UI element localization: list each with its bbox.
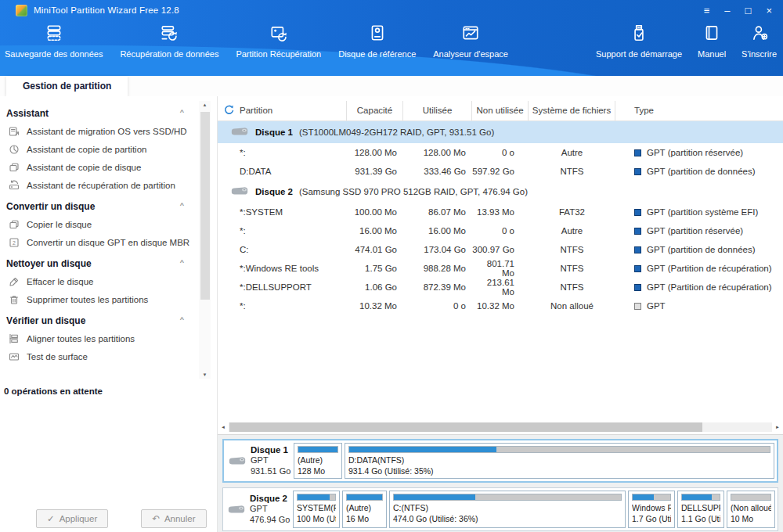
sidebar-scrollbar[interactable]: ▲ ▼ [199,101,211,379]
table-row[interactable]: *:DELLSUPPORT1.06 Go872.39 Mo213.61 MoNT… [218,278,783,297]
disk-band-disque-1[interactable]: Disque 1(ST1000LM049-2GH172 RAID, GPT, 9… [218,121,783,143]
sidebar-section-convertir-un-disque[interactable]: Convertir un disque^ [0,194,217,215]
collapse-icon[interactable]: ^ [180,317,184,323]
sidebar-section-assistant[interactable]: Assistant^ [0,101,217,122]
undo-button[interactable]: ↶ Annuler [141,509,206,528]
partition-type-color-icon [634,265,641,272]
horizontal-scrollbar-track[interactable] [229,422,772,432]
menu-icon[interactable]: ≡ [704,5,710,16]
disk-map-disque-2[interactable]: Disque 2GPT476.94 GoSYSTEM(FAT100 Mo (Ut… [222,487,778,531]
disk-icon [230,127,249,138]
sidebar-item-label: Test de surface [27,352,88,361]
toolbar-item-r-cup-ration-de-donn-es[interactable]: Récupération de données [120,25,218,59]
sidebar-item-aligner-toutes-les-partitions[interactable]: Aligner toutes les partitions [0,329,217,347]
partition-used: 16.00 Mo [403,226,472,235]
partition-unused: 213.61 Mo [472,278,529,297]
partition-filesystem: Non alloué [529,301,615,311]
disk-map-partition-windows-re[interactable]: Windows RE1.7 Go (Utili [628,491,675,528]
toolbar-item-sauvegarde-des-donn-es[interactable]: Sauvegarde des données [5,25,103,59]
align-partitions-icon [9,333,20,344]
toolbar-item-analyseur-d-espace[interactable]: Analyseur d'espace [433,25,508,59]
column-header-syst-me-de-fichiers[interactable]: Système de fichiers [529,101,615,120]
scroll-up-icon[interactable]: ▲ [199,102,211,107]
sidebar-section-nettoyer-un-disque[interactable]: Nettoyer un disque^ [0,251,217,272]
toolbar-item-partition-r-cup-ration[interactable]: Partition Récupération [236,25,321,59]
partition-type: GPT (partition réservée) [647,148,743,157]
table-row[interactable]: *:Windows RE tools1.75 Go988.28 Mo801.71… [218,259,783,278]
partition-type: GPT (partition réservée) [647,226,743,235]
toolbar-item-support-de-d-marrage[interactable]: Support de démarrage [596,25,682,59]
table-horizontal-scrollbar[interactable]: ◄ ► [219,422,781,433]
column-header-utilis-e[interactable]: Utilisée [403,101,472,120]
column-header-type[interactable]: Type [615,101,783,120]
maximize-icon[interactable]: □ [745,5,752,16]
disk-map-partition-d-data-ntfs[interactable]: D:DATA(NTFS)931.4 Go (Utilisé: 35%) [345,443,774,479]
sidebar-item-assistant-de-migration-os-vers-ssd-hd[interactable]: Assistant de migration OS vers SSD/HD [0,122,217,140]
collapse-icon[interactable]: ^ [180,110,184,116]
partition-recovery-icon [9,180,20,191]
map-block-label: DELLSUPPO [681,503,720,514]
disk-info: (Samsung SSD 970 PRO 512GB RAID, GPT, 47… [299,187,528,196]
partition-type: GPT (Partition de récupération) [647,264,772,273]
map-block-label: (Autre) [298,455,338,466]
collapse-icon[interactable]: ^ [180,260,184,266]
disk-map-partition-autre[interactable]: (Autre)128 Mo [294,443,342,479]
disk-map-partition-autre[interactable]: (Autre)16 Mo [342,491,387,528]
partition-unused: 10.32 Mo [472,301,529,311]
toolbar-item-manuel[interactable]: Manuel [696,25,727,59]
partition-used: 128.00 Mo [403,148,472,157]
disk-map-partition-dellsuppo[interactable]: DELLSUPPO1.1 Go (Utili [677,491,724,528]
column-header-capacit[interactable]: Capacité [347,101,403,120]
tab-strip: Gestion de partition [0,76,783,96]
sidebar-item-assistant-de-copie-de-partition[interactable]: Assistant de copie de partition [0,140,217,158]
collapse-icon[interactable]: ^ [180,203,184,209]
sidebar-item-label: Effacer le disque [27,277,93,286]
disk-band-disque-2[interactable]: Disque 2(Samsung SSD 970 PRO 512GB RAID,… [218,181,783,203]
toolbar-item-s-inscrire[interactable]: S'inscrire [742,25,777,59]
table-row[interactable]: *:SYSTEM100.00 Mo86.07 Mo13.93 MoFAT32GP… [218,203,783,221]
horizontal-scrollbar-thumb[interactable] [229,422,702,432]
partition-filesystem: Autre [529,148,615,157]
partition-name: *:Windows RE tools [240,264,347,273]
toolbar-item-disque-de-r-f-rence[interactable]: Disque de référence [338,25,416,59]
sidebar-item-assistant-de-r-cup-ration-de-partition[interactable]: Assistant de récupération de partition [0,176,217,194]
sidebar-item-test-de-surface[interactable]: Test de surface [0,347,217,365]
disk-map-partition-c-ntfs[interactable]: C:(NTFS)474.0 Go (Utilisé: 36%) [389,491,626,528]
minimize-icon[interactable]: – [724,5,730,16]
close-icon[interactable]: × [766,5,772,16]
sidebar-item-effacer-le-disque[interactable]: Effacer le disque [0,272,217,290]
app-logo-icon [16,5,27,16]
apply-button[interactable]: ✓ Appliquer [36,509,108,528]
column-header-non-utilis-e[interactable]: Non utilisée [472,101,529,120]
partition-usage-bar [346,494,383,501]
table-row[interactable]: *:16.00 Mo16.00 Mo0 oAutreGPT (partition… [218,221,783,240]
sidebar-item-assistant-de-copie-de-disque[interactable]: Assistant de copie de disque [0,158,217,176]
sidebar-item-copier-le-disque[interactable]: Copier le disque [0,215,217,233]
scroll-down-icon[interactable]: ▼ [199,372,211,377]
sidebar-item-supprimer-toutes-les-partitions[interactable]: Supprimer toutes les partitions [0,290,217,308]
map-block-size: 1.1 Go (Utili [681,514,720,525]
disk-name: Disque 2 [255,187,293,196]
disk-map-name: Disque 2 [250,494,290,505]
disk-map-partition-non-allou[interactable]: (Non alloué10 Mo [727,491,775,528]
tab-gestion-de-partition[interactable]: Gestion de partition [6,76,128,96]
sidebar-item-convertir-un-disque-gpt-en-disque-mbr[interactable]: 2Convertir un disque GPT en disque MBR [0,233,217,251]
toolbar-item-label: Support de démarrage [596,49,682,59]
sidebar-scrollbar-thumb[interactable] [200,112,210,300]
table-row[interactable]: C:474.01 Go173.04 Go300.97 GoNTFSGPT (pa… [218,240,783,259]
scroll-right-icon[interactable]: ► [774,425,781,430]
table-row[interactable]: D:DATA931.39 Go333.46 Go597.92 GoNTFSGPT… [218,162,783,181]
sidebar-section-v-rifier-un-disque[interactable]: Vérifier un disque^ [0,308,217,329]
partition-type: GPT [647,301,666,311]
partition-used: 173.04 Go [403,245,472,254]
toolbar-item-label: Manuel [698,49,726,59]
column-header-partition[interactable]: Partition [240,101,347,120]
refresh-button[interactable] [218,101,240,120]
partition-type-color-icon [634,168,641,175]
disk-map-partition-system-fat[interactable]: SYSTEM(FAT100 Mo (Uti [293,491,340,528]
scroll-left-icon[interactable]: ◄ [219,425,227,430]
table-row[interactable]: *:10.32 Mo0 o10.32 MoNon allouéGPT [218,297,783,315]
disk-map-disque-1[interactable]: Disque 1GPT931.51 Go(Autre)128 MoD:DATA(… [222,439,778,483]
table-row[interactable]: *:128.00 Mo128.00 Mo0 oAutreGPT (partiti… [218,143,783,162]
disk-map-panel: Disque 1GPT931.51 Go(Autre)128 MoD:DATA(… [218,434,783,532]
